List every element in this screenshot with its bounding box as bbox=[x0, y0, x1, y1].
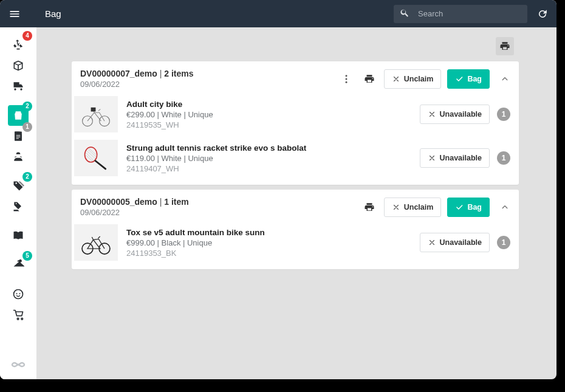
unavailable-button[interactable]: Unavailable bbox=[420, 105, 490, 124]
product-sku: 24119407_WH bbox=[126, 164, 420, 173]
order-card: DV00000005_demo | 1 item09/06/2022Unclai… bbox=[72, 190, 519, 269]
svg-point-6 bbox=[345, 81, 347, 83]
chevron-up-icon[interactable] bbox=[499, 74, 510, 84]
sidebar-item-book[interactable] bbox=[8, 225, 29, 246]
bag-button[interactable]: Bag bbox=[447, 69, 490, 89]
page-title: Bag bbox=[45, 9, 61, 19]
svg-rect-0 bbox=[15, 132, 22, 141]
print-icon[interactable] bbox=[361, 70, 378, 88]
order-date: 09/06/2022 bbox=[80, 208, 361, 217]
sidebar-item-tags[interactable]: 2 bbox=[8, 176, 29, 196]
topbar: Bag bbox=[0, 0, 556, 27]
line-item: Strung adult tennis racket strike evo s … bbox=[72, 136, 519, 180]
product-meta: €999.00 | Black | Unique bbox=[126, 238, 420, 247]
product-sku: 24119353_BK bbox=[126, 249, 420, 258]
print-all-button[interactable] bbox=[496, 37, 514, 55]
sidebar-item-handover[interactable] bbox=[8, 146, 29, 167]
sidebar: 42125 bbox=[0, 27, 36, 379]
unclaim-button[interactable]: Unclaim bbox=[384, 69, 442, 89]
sidebar-item-package[interactable] bbox=[8, 55, 29, 76]
svg-point-7 bbox=[83, 116, 93, 126]
svg-point-12 bbox=[99, 243, 110, 254]
sidebar-badge: 1 bbox=[22, 122, 32, 132]
sidebar-item-downloads[interactable]: 4 bbox=[8, 35, 29, 55]
unavailable-button[interactable]: Unavailable bbox=[420, 233, 490, 252]
quantity-badge: 1 bbox=[497, 108, 510, 121]
main-content: DV00000007_demo | 2 items09/06/2022Uncla… bbox=[36, 27, 556, 379]
brand-icon bbox=[11, 357, 26, 374]
svg-point-3 bbox=[19, 293, 21, 294]
bag-button[interactable]: Bag bbox=[447, 198, 490, 217]
sidebar-badge: 5 bbox=[22, 251, 32, 261]
svg-point-1 bbox=[14, 290, 23, 299]
menu-icon[interactable] bbox=[9, 8, 21, 20]
order-date: 09/06/2022 bbox=[80, 80, 338, 89]
line-item: Tox se v5 adult mountain bike sunn€999.0… bbox=[72, 221, 519, 264]
sidebar-item-note[interactable]: 1 bbox=[8, 126, 29, 146]
sidebar-badge: 2 bbox=[22, 101, 32, 111]
quantity-badge: 1 bbox=[497, 151, 510, 165]
search-box[interactable] bbox=[394, 5, 527, 23]
chevron-up-icon[interactable] bbox=[499, 202, 510, 213]
unclaim-button[interactable]: Unclaim bbox=[384, 198, 442, 217]
product-name: Tox se v5 adult mountain bike sunn bbox=[126, 228, 420, 237]
product-thumbnail bbox=[74, 224, 118, 261]
product-meta: €119.00 | White | Unique bbox=[126, 154, 420, 163]
search-icon bbox=[400, 8, 409, 20]
sidebar-badge: 4 bbox=[22, 31, 32, 41]
product-name: Adult city bike bbox=[126, 100, 420, 109]
search-input[interactable] bbox=[418, 9, 521, 18]
order-title: DV00000007_demo | 2 items bbox=[80, 69, 338, 78]
svg-rect-9 bbox=[91, 108, 96, 112]
svg-point-4 bbox=[345, 75, 347, 77]
product-name: Strung adult tennis racket strike evo s … bbox=[126, 143, 420, 153]
product-thumbnail bbox=[74, 140, 118, 176]
sidebar-item-face[interactable] bbox=[8, 284, 29, 304]
quantity-badge: 1 bbox=[497, 236, 510, 249]
sidebar-item-truck[interactable] bbox=[8, 76, 29, 97]
svg-point-5 bbox=[345, 78, 347, 80]
product-thumbnail bbox=[74, 96, 118, 132]
print-icon[interactable] bbox=[361, 199, 378, 216]
sidebar-item-cart[interactable] bbox=[8, 304, 29, 325]
sidebar-item-tag-hand[interactable] bbox=[8, 196, 29, 217]
refresh-icon[interactable] bbox=[537, 9, 548, 19]
product-meta: €299.00 | White | Unique bbox=[126, 110, 420, 119]
product-sku: 24119535_WH bbox=[126, 120, 420, 129]
unavailable-button[interactable]: Unavailable bbox=[420, 148, 490, 168]
order-card: DV00000007_demo | 2 items09/06/2022Uncla… bbox=[72, 61, 519, 185]
svg-point-2 bbox=[16, 293, 18, 294]
sidebar-item-hanger[interactable]: 5 bbox=[8, 255, 29, 275]
sidebar-badge: 2 bbox=[22, 172, 32, 182]
more-icon[interactable] bbox=[338, 70, 355, 88]
line-item: Adult city bike€299.00 | White | Unique2… bbox=[72, 92, 519, 136]
order-title: DV00000005_demo | 1 item bbox=[80, 197, 361, 207]
